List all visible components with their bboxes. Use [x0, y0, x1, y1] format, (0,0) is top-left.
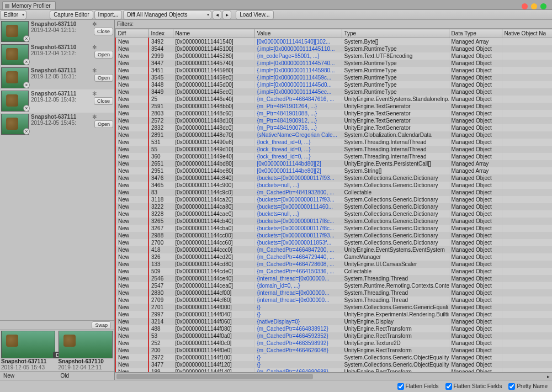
- table-row[interactable]: New2701[0x000000011144f000]{}System.Coll…: [115, 304, 552, 311]
- snapshot-action-button[interactable]: Close: [94, 28, 113, 35]
- zoom-window-icon[interactable]: [540, 3, 546, 9]
- scroll-right-icon[interactable]: ▸: [544, 373, 552, 380]
- cell-value: {.impl=[0x0000000111445ec...: [254, 88, 342, 96]
- col-value[interactable]: Value: [254, 29, 342, 38]
- table-row[interactable]: New2651[0x000000011144bd80][0x0000000111…: [115, 160, 552, 167]
- snapshot-action-button[interactable]: Open: [94, 51, 113, 59]
- table-row[interactable]: New360[0x0000000111449e40]{lock_thread_i…: [115, 153, 552, 160]
- table-row[interactable]: New3451[0x0000000111445980]{.impl=[0x000…: [115, 67, 552, 74]
- table-row[interactable]: New3544[0x0000000111445100]{.impl=[0x000…: [115, 45, 552, 52]
- table-row[interactable]: New3447[0x0000000111445740]{.impl=[0x000…: [115, 60, 552, 67]
- cell-name: [0x0000000111445ec0]: [173, 88, 254, 96]
- table-row[interactable]: New2951[0x000000011144be80][0x0000000111…: [115, 167, 552, 174]
- history-forward-button[interactable]: ▸: [222, 10, 231, 19]
- table-row[interactable]: New2972[0x000000011144f100]{}System.Coll…: [115, 354, 552, 361]
- table-row[interactable]: New200[0x000000011144f0e0]{m_CachedPtr=4…: [115, 347, 552, 354]
- close-window-icon[interactable]: [522, 3, 528, 9]
- table-row[interactable]: New531[0x00000001114490e8]{lock_thread_i…: [115, 139, 552, 146]
- swap-button[interactable]: Swap: [92, 321, 111, 329]
- remove-snapshot-icon[interactable]: ×: [23, 35, 30, 42]
- table-row[interactable]: New3214[0x000000011144f060]{nativeDispla…: [115, 318, 552, 325]
- table-row[interactable]: New3265[0x000000011144cb40]{buckets=[0x0…: [115, 218, 552, 225]
- cell-name: [0x000000011144f0a0]: [173, 332, 254, 340]
- cell-data-type: Managed Object: [449, 311, 502, 318]
- diff-mode-dropdown[interactable]: Diff All Managed Objects: [123, 10, 211, 19]
- table-row[interactable]: New3449[0x0000000111445ec0]{.impl=[0x000…: [115, 88, 552, 96]
- horizontal-scrollbar[interactable]: ◂ ▸: [115, 372, 552, 380]
- table-scroll[interactable]: Diff Index Name Value Type Data Type Nat…: [115, 29, 552, 372]
- snapshot-action-button[interactable]: Close: [94, 97, 113, 105]
- table-row[interactable]: New25[0x0000000111446e40]{m_CachedPtr=46…: [115, 96, 552, 103]
- snapshot-item[interactable]: Snapshot-6371112019-12-05 15:31:✻Open×: [0, 66, 114, 89]
- gear-icon[interactable]: ✻: [92, 21, 97, 27]
- table-row[interactable]: New83[0x000000011144c9c0]{m_CachedPtr=48…: [115, 189, 552, 196]
- remove-snapshot-icon[interactable]: ×: [23, 105, 30, 112]
- snapshot-item[interactable]: Snapshot-6371102019-12-04 12:11:✻Close×: [0, 20, 114, 43]
- gear-icon[interactable]: ✻: [92, 67, 97, 73]
- table-row[interactable]: New2591[0x0000000111448bb0]{m_Ptr=484190…: [115, 103, 552, 110]
- table-row[interactable]: New2988[0x000000011144cc00]{buckets=[0x0…: [115, 232, 552, 239]
- col-native[interactable]: Native Object Na: [502, 29, 552, 38]
- table-row[interactable]: New2546[0x000000011144ce40]{internal_thr…: [115, 275, 552, 282]
- snapshot-item[interactable]: Snapshot-6371102019-12-04 12:12:✻Open×: [0, 43, 114, 66]
- table-row[interactable]: New2832[0x0000000111448dc0]{m_Ptr=484190…: [115, 124, 552, 131]
- table-row[interactable]: New3476[0x000000011144c840]{buckets=[0x0…: [115, 174, 552, 182]
- cell-native: [502, 354, 552, 361]
- pretty-name-checkbox[interactable]: Pretty Name: [508, 383, 548, 390]
- snapshot-action-button[interactable]: Open: [94, 120, 113, 128]
- editor-dropdown[interactable]: Editor: [0, 10, 26, 19]
- remove-snapshot-icon[interactable]: ×: [23, 82, 30, 88]
- table-row[interactable]: New2999[0x0000000111445280]{m_codePage=6…: [115, 52, 552, 60]
- table-row[interactable]: New2700[0x000000011144cc60]{buckets=[0x0…: [115, 239, 552, 246]
- table-row[interactable]: New252[0x000000011144f0c0]{m_CachedPtr=4…: [115, 340, 552, 347]
- table-row[interactable]: New133[0x000000011144cd80]{m_CachedPtr=4…: [115, 261, 552, 268]
- table-row[interactable]: New3492[0x0000000111441540][0x0000000111…: [115, 38, 552, 46]
- flatten-fields-checkbox[interactable]: Flatten Fields: [397, 383, 439, 390]
- table-row[interactable]: New3228[0x000000011144cae0]{buckets=null…: [115, 210, 552, 218]
- table-row[interactable]: New2803[0x0000000111448c60]{m_Ptr=484190…: [115, 110, 552, 117]
- table-row[interactable]: New488[0x000000011144f080]{m_CachedPtr=4…: [115, 325, 552, 332]
- gear-icon[interactable]: ✻: [92, 91, 97, 97]
- gear-icon[interactable]: ✻: [92, 114, 97, 120]
- table-row[interactable]: New3448[0x0000000111445d00]{.impl=[0x000…: [115, 81, 552, 88]
- col-name[interactable]: Name: [173, 29, 254, 38]
- col-diff[interactable]: Diff: [115, 29, 148, 38]
- remove-snapshot-icon[interactable]: ×: [23, 128, 30, 135]
- snapshot-item[interactable]: Snapshot-6371112019-12-05 15:43:✻Close×: [0, 89, 114, 113]
- table-row[interactable]: New55[0x0000000111449d10]{lock_thread_id…: [115, 146, 552, 153]
- table-row[interactable]: New3545[0x00000001114459c0]{.impl=[0x000…: [115, 74, 552, 81]
- table-row[interactable]: New326[0x000000011144cd20]{m_CachedPtr=4…: [115, 253, 552, 261]
- table-row[interactable]: New3222[0x000000011144ca80]{buckets=[0x0…: [115, 203, 552, 210]
- snapshot-action-button[interactable]: Open: [94, 74, 113, 82]
- table-row[interactable]: New2997[0x000000011144f040]{}UnityEngine…: [115, 311, 552, 318]
- cell-name: [0x0000000111448dc0]: [173, 124, 254, 131]
- table-row[interactable]: New2572[0x0000000111448d10]{m_Ptr=484190…: [115, 117, 552, 124]
- col-data-type[interactable]: Data Type: [449, 29, 502, 38]
- load-view-button[interactable]: Load View...: [236, 10, 273, 19]
- tab-memory-profiler[interactable]: Memory Profiler: [2, 1, 56, 9]
- table-row[interactable]: New418[0x000000011144ccc0]{m_CachedPtr=4…: [115, 246, 552, 253]
- capture-button[interactable]: Capture Editor: [50, 10, 93, 19]
- table-row[interactable]: New2891[0x0000000111448e70]{sNativeName=…: [115, 131, 552, 139]
- col-type[interactable]: Type: [342, 29, 449, 38]
- snapshot-item[interactable]: Snapshot-6371112019-12-05 15:45:✻Open×: [0, 113, 114, 136]
- table-row[interactable]: New3477[0x000000011144f120]{}System.Coll…: [115, 361, 552, 368]
- gear-icon[interactable]: ✻: [92, 44, 97, 50]
- scroll-thumb[interactable]: [116, 374, 313, 379]
- table-row[interactable]: New2547[0x000000011144cea0]{domain_id=0,…: [115, 282, 552, 289]
- table-row[interactable]: New509[0x000000011144cde0]{m_CachedPtr=4…: [115, 268, 552, 275]
- table-row[interactable]: New189[0x000000011144f140]{m_CachedPtr=4…: [115, 368, 552, 372]
- flatten-static-checkbox[interactable]: Flatten Static Fields: [445, 383, 502, 390]
- table-row[interactable]: New2830[0x000000011144cf00]{internal_thr…: [115, 289, 552, 296]
- col-index[interactable]: Index: [148, 29, 173, 38]
- minimize-window-icon[interactable]: [531, 3, 537, 9]
- table-row[interactable]: New53[0x000000011144f0a0]{m_CachedPtr=46…: [115, 332, 552, 340]
- table-row[interactable]: New3465[0x000000011144c900]{buckets=null…: [115, 182, 552, 189]
- table-row[interactable]: New2709[0x000000011144cf60]{internal_thr…: [115, 296, 552, 304]
- cell-diff: New: [115, 189, 148, 196]
- import-button[interactable]: Import...: [94, 10, 123, 19]
- table-row[interactable]: New3267[0x000000011144cba0]{buckets=[0x0…: [115, 225, 552, 232]
- remove-snapshot-icon[interactable]: ×: [23, 59, 30, 65]
- table-row[interactable]: New3118[0x000000011144ca20]{buckets=[0x0…: [115, 196, 552, 203]
- history-back-button[interactable]: ◂: [213, 10, 221, 19]
